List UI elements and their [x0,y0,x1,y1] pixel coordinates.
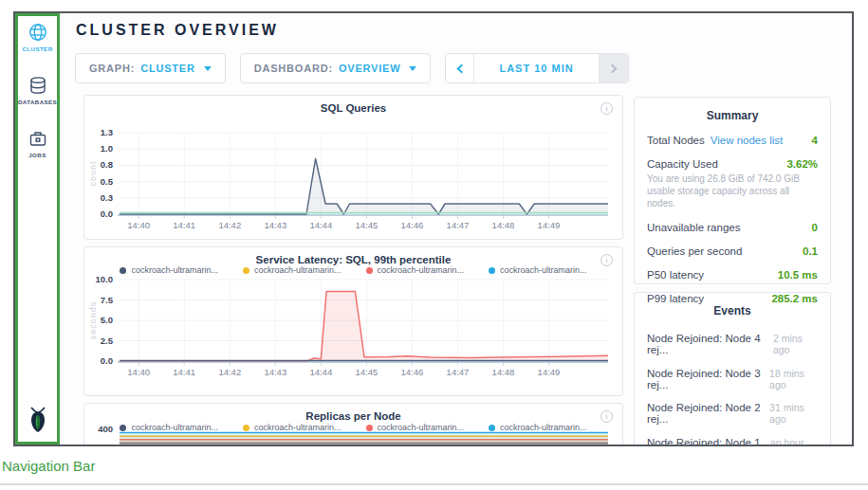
legend-label: cockroach-ultramarin... [131,265,218,275]
cockroachdb-logo[interactable] [26,406,50,438]
event-text: Node Rejoined: Node 1 rej... [647,437,770,445]
legend-item[interactable]: cockroach-ultramarin... [120,423,218,432]
bottom-divider [0,483,868,485]
summary-rows: Total NodesView nodes list4Capacity Used… [647,135,818,304]
event-text: Node Rejoined: Node 4 rej... [647,333,773,355]
info-icon[interactable] [600,410,613,423]
event-time: 18 mins ago [769,368,818,390]
x-tick-label: 14:40 [127,220,150,230]
x-tick-label: 14:42 [218,220,241,230]
legend-label: cockroach-ultramarin... [500,265,587,275]
time-range-label[interactable]: LAST 10 MIN [474,54,599,82]
event-time: 31 mins ago [769,402,818,425]
legend-item[interactable]: cockroach-ultramarin... [366,265,465,275]
x-tick-label: 14:46 [401,367,424,377]
x-tick-label: 14:44 [309,367,332,377]
view-nodes-link[interactable]: View nodes list [711,135,784,146]
y-tick-label: 0.0 [101,355,113,366]
charts-column: 14:4014:4114:4214:4314:4414:4514:4614:47… [83,95,623,445]
chart-legend: cockroach-ultramarin...cockroach-ultrama… [84,423,622,432]
sidebar-item-cluster[interactable]: CLUSTER [22,22,52,52]
legend-item[interactable]: cockroach-ultramarin... [366,423,465,432]
page-title: CLUSTER OVERVIEW [76,22,279,39]
cockroachdb-logo-icon [26,406,50,434]
summary-row-label-group: P50 latency [647,269,704,281]
main-content: CLUSTER OVERVIEW GRAPH: CLUSTER DASHBOAR… [60,13,852,445]
events-panel: Events Node Rejoined: Node 4 rej...2 min… [634,292,831,445]
x-tick-label: 14:45 [356,367,379,377]
event-row[interactable]: Node Rejoined: Node 3 rej...18 mins ago [647,368,818,390]
info-icon[interactable] [600,102,613,115]
right-panel: Summary Total NodesView nodes list4Capac… [634,97,831,445]
series-line-p99-latency-spike-node [120,292,608,361]
y-tick-label: 7.5 [101,295,114,305]
sidebar-item-label: DATABASES [18,99,57,105]
sidebar-item-jobs[interactable]: JOBS [28,128,48,158]
controls-bar: GRAPH: CLUSTER DASHBOARD: OVERVIEW LAST … [75,53,629,83]
x-tick-label: 14:43 [264,220,286,230]
legend-item[interactable]: cockroach-ultramarin... [489,423,587,432]
legend-dot-icon [366,425,373,431]
service-latency-chart-card: 14:4014:4114:4214:4314:4414:4514:4614:47… [83,246,623,396]
x-tick-label: 14:45 [356,220,379,230]
admin-ui-window: CLUSTER DATABASES [13,11,854,446]
replicas-per-node-chart-card: 400 Replicas per Node cockroach-ultramar… [83,403,623,445]
dashboard-dropdown-value: OVERVIEW [339,63,401,74]
x-tick-label: 14:49 [538,220,561,230]
legend-dot-icon [120,267,126,274]
summary-row: Unavailable ranges0 [647,222,818,233]
summary-row-label: Capacity Used [647,158,718,170]
summary-row-value: 4 [812,135,818,146]
series-area-replicas-node4 [120,433,608,445]
x-tick-label: 14:41 [173,367,195,377]
chart-title: Service Latency: SQL, 99th percentile [84,254,622,265]
chevron-right-icon [607,64,617,73]
y-tick-label: 0.0 [101,209,113,219]
summary-row-label-group: Queries per second [647,245,742,257]
legend-item[interactable]: cockroach-ultramarin... [243,423,342,432]
jobs-icon [28,128,48,149]
legend-item[interactable]: cockroach-ultramarin... [243,265,342,275]
summary-row: Queries per second0.1 [647,245,818,257]
caret-down-icon [204,66,212,71]
x-tick-label: 14:41 [173,220,195,230]
summary-title: Summary [647,109,818,122]
sidebar-item-label: JOBS [28,152,46,158]
summary-row-value: 0 [812,222,818,233]
event-time: 2 mins ago [773,333,818,355]
event-row[interactable]: Node Rejoined: Node 4 rej...2 mins ago [647,333,818,355]
legend-label: cockroach-ultramarin... [378,423,465,432]
legend-dot-icon [366,267,373,274]
screenshot-root: CLUSTER DATABASES [0,0,868,490]
time-range-next-button[interactable] [600,54,628,82]
summary-row-label: Total Nodes [647,135,705,146]
x-tick-label: 14:49 [538,367,561,377]
x-tick-label: 14:48 [492,367,515,377]
legend-label: cockroach-ultramarin... [500,423,587,432]
summary-row-subtext: You are using 26.8 GiB of 742.0 GiB usab… [647,172,818,209]
legend-dot-icon [243,425,249,431]
summary-row-label: P50 latency [647,269,704,281]
chevron-left-icon [456,64,466,73]
chart-legend: cockroach-ultramarin...cockroach-ultrama… [84,265,622,275]
caret-down-icon [409,66,416,71]
legend-item[interactable]: cockroach-ultramarin... [120,265,218,275]
dashboard-dropdown[interactable]: DASHBOARD: OVERVIEW [240,53,432,83]
y-tick-label: 1.0 [101,143,113,154]
event-row[interactable]: Node Rejoined: Node 1 rej...an hour ago [647,437,818,445]
y-tick-label: 10.0 [96,274,114,284]
y-tick-label: 0.5 [101,176,114,187]
y-tick-label: 0.3 [101,192,113,203]
time-range-prev-button[interactable] [446,54,474,82]
y-axis-label: seconds [88,301,98,340]
sql-queries-chart[interactable]: 14:4014:4114:4214:4314:4414:4514:4614:47… [84,96,622,239]
summary-row: P50 latency10.5 ms [647,269,818,281]
summary-row-value: 285.2 ms [771,293,818,304]
legend-item[interactable]: cockroach-ultramarin... [489,265,587,275]
legend-dot-icon [489,267,495,274]
sidebar-item-databases[interactable]: DATABASES [18,75,57,105]
annotation-navigation-bar-label: Navigation Bar [2,458,95,474]
graph-dropdown[interactable]: GRAPH: CLUSTER [75,53,226,83]
x-tick-label: 14:40 [127,367,150,377]
event-row[interactable]: Node Rejoined: Node 2 rej...31 mins ago [647,402,818,425]
